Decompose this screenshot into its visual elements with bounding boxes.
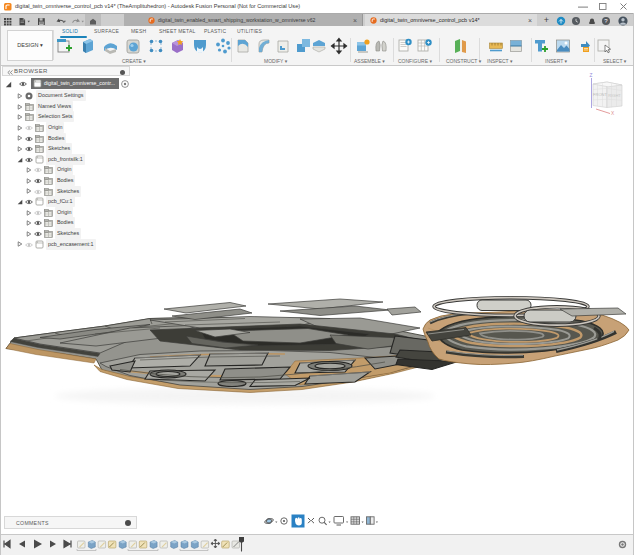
svg-text:Z: Z <box>590 73 593 78</box>
svg-text:X: X <box>611 111 615 116</box>
svg-text:RIGHT: RIGHT <box>608 93 621 98</box>
svg-text:FRONT: FRONT <box>593 92 607 97</box>
